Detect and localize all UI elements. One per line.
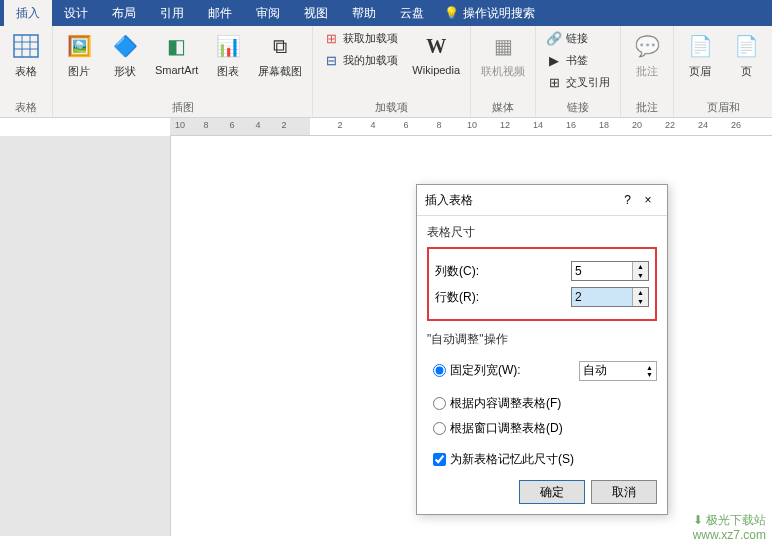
ribbon-group-illus-label: 插图 xyxy=(57,99,308,115)
document-gutter xyxy=(0,136,170,536)
fixed-width-value[interactable]: 自动▲▼ xyxy=(579,361,657,381)
tab-layout[interactable]: 布局 xyxy=(100,0,148,26)
auto-down-icon[interactable]: ▼ xyxy=(646,371,653,378)
screenshot-button[interactable]: ⧉屏幕截图 xyxy=(252,28,308,81)
ribbon-group-hf-label: 页眉和 xyxy=(678,99,768,115)
addins-icon: ⊟ xyxy=(323,52,339,68)
fixed-width-label: 固定列宽(W): xyxy=(450,362,521,379)
header-button[interactable]: 📄页眉 xyxy=(678,28,722,81)
shapes-icon: 🔷 xyxy=(109,30,141,62)
rows-label: 行数(R): xyxy=(435,289,479,306)
my-addins-button[interactable]: ⊟我的加载项 xyxy=(317,50,404,70)
columns-spinner[interactable]: ▲▼ xyxy=(571,261,649,281)
ribbon-group-media: ▦联机视频 媒体 xyxy=(471,26,536,117)
fixed-width-radio[interactable] xyxy=(433,364,446,377)
picture-icon: 🖼️ xyxy=(63,30,95,62)
ribbon-group-table-label: 表格 xyxy=(4,99,48,115)
close-button[interactable]: × xyxy=(637,191,659,209)
size-section-label: 表格尺寸 xyxy=(427,224,657,241)
insert-table-dialog: 插入表格 ? × 表格尺寸 列数(C): ▲▼ 行数(R): ▲▼ xyxy=(416,184,668,515)
tab-mail[interactable]: 邮件 xyxy=(196,0,244,26)
ruler-gutter xyxy=(0,118,170,136)
horizontal-ruler[interactable]: 1086422468101214161820222426 xyxy=(170,118,772,136)
footer-button[interactable]: 📄页 xyxy=(724,28,768,81)
auto-up-icon[interactable]: ▲ xyxy=(646,364,653,371)
ribbon-group-table: 表格 表格 xyxy=(0,26,53,117)
chart-icon: 📊 xyxy=(212,30,244,62)
columns-label: 列数(C): xyxy=(435,263,479,280)
tab-design[interactable]: 设计 xyxy=(52,0,100,26)
fit-window-radio[interactable] xyxy=(433,422,446,435)
shapes-button[interactable]: 🔷形状 xyxy=(103,28,147,81)
fit-content-radio[interactable] xyxy=(433,397,446,410)
get-addins-button[interactable]: ⊞获取加载项 xyxy=(317,28,404,48)
fit-window-label: 根据窗口调整表格(D) xyxy=(450,420,563,437)
tab-bar: 插入 设计 布局 引用 邮件 审阅 视图 帮助 云盘 💡 操作说明搜索 xyxy=(0,0,772,26)
table-icon xyxy=(10,30,42,62)
video-icon: ▦ xyxy=(487,30,519,62)
dialog-title-text: 插入表格 xyxy=(425,192,473,209)
ribbon: 表格 表格 🖼️图片 🔷形状 ◧SmartArt 📊图表 ⧉屏幕截图 插图 ⊞获… xyxy=(0,26,772,118)
rows-spinner[interactable]: ▲▼ xyxy=(571,287,649,307)
online-video-button[interactable]: ▦联机视频 xyxy=(475,28,531,81)
dialog-titlebar[interactable]: 插入表格 ? × xyxy=(417,185,667,216)
ribbon-group-comments-label: 批注 xyxy=(625,99,669,115)
cancel-button[interactable]: 取消 xyxy=(591,480,657,504)
watermark: ⬇极光下载站 www.xz7.com xyxy=(693,513,766,544)
bookmark-button[interactable]: ▶书签 xyxy=(540,50,616,70)
rows-input[interactable] xyxy=(572,288,632,306)
chart-button[interactable]: 📊图表 xyxy=(206,28,250,81)
crossref-icon: ⊞ xyxy=(546,74,562,90)
smartart-button[interactable]: ◧SmartArt xyxy=(149,28,204,78)
footer-icon: 📄 xyxy=(730,30,762,62)
link-button[interactable]: 🔗链接 xyxy=(540,28,616,48)
highlight-annotation: 列数(C): ▲▼ 行数(R): ▲▼ xyxy=(427,247,657,321)
rows-down-icon[interactable]: ▼ xyxy=(633,297,648,306)
tab-view[interactable]: 视图 xyxy=(292,0,340,26)
svg-rect-0 xyxy=(14,35,38,57)
ribbon-group-links: 🔗链接 ▶书签 ⊞交叉引用 链接 xyxy=(536,26,621,117)
tell-me-label: 操作说明搜索 xyxy=(463,5,535,22)
cols-up-icon[interactable]: ▲ xyxy=(633,262,648,271)
remember-label: 为新表格记忆此尺寸(S) xyxy=(450,451,574,468)
header-icon: 📄 xyxy=(684,30,716,62)
ruler-area: 1086422468101214161820222426 xyxy=(0,118,772,136)
picture-button[interactable]: 🖼️图片 xyxy=(57,28,101,81)
tell-me-search[interactable]: 💡 操作说明搜索 xyxy=(444,5,535,22)
tab-review[interactable]: 审阅 xyxy=(244,0,292,26)
rows-up-icon[interactable]: ▲ xyxy=(633,288,648,297)
table-button[interactable]: 表格 xyxy=(4,28,48,81)
store-icon: ⊞ xyxy=(323,30,339,46)
ok-button[interactable]: 确定 xyxy=(519,480,585,504)
ribbon-group-illustrations: 🖼️图片 🔷形状 ◧SmartArt 📊图表 ⧉屏幕截图 插图 xyxy=(53,26,313,117)
help-button[interactable]: ? xyxy=(624,193,631,207)
smartart-icon: ◧ xyxy=(161,30,193,62)
cols-down-icon[interactable]: ▼ xyxy=(633,271,648,280)
fit-content-label: 根据内容调整表格(F) xyxy=(450,395,561,412)
autofit-section-label: "自动调整"操作 xyxy=(427,331,657,348)
watermark-icon: ⬇ xyxy=(693,513,703,529)
ribbon-group-addins: ⊞获取加载项 ⊟我的加载项 WWikipedia 加载项 xyxy=(313,26,471,117)
ribbon-group-addins-label: 加载项 xyxy=(317,99,466,115)
screenshot-icon: ⧉ xyxy=(264,30,296,62)
wikipedia-icon: W xyxy=(420,30,452,62)
ribbon-group-media-label: 媒体 xyxy=(475,99,531,115)
tab-insert[interactable]: 插入 xyxy=(4,0,52,26)
crossref-button[interactable]: ⊞交叉引用 xyxy=(540,72,616,92)
ribbon-group-links-label: 链接 xyxy=(540,99,616,115)
tab-references[interactable]: 引用 xyxy=(148,0,196,26)
bulb-icon: 💡 xyxy=(444,6,459,20)
remember-checkbox[interactable] xyxy=(433,453,446,466)
ribbon-group-headerfooter: 📄页眉 📄页 页眉和 xyxy=(674,26,772,117)
comment-button[interactable]: 💬批注 xyxy=(625,28,669,81)
ribbon-group-comments: 💬批注 批注 xyxy=(621,26,674,117)
table-label: 表格 xyxy=(15,64,37,79)
tab-cloud[interactable]: 云盘 xyxy=(388,0,436,26)
comment-icon: 💬 xyxy=(631,30,663,62)
tab-help[interactable]: 帮助 xyxy=(340,0,388,26)
wikipedia-button[interactable]: WWikipedia xyxy=(406,28,466,78)
columns-input[interactable] xyxy=(572,262,632,280)
link-icon: 🔗 xyxy=(546,30,562,46)
bookmark-icon: ▶ xyxy=(546,52,562,68)
